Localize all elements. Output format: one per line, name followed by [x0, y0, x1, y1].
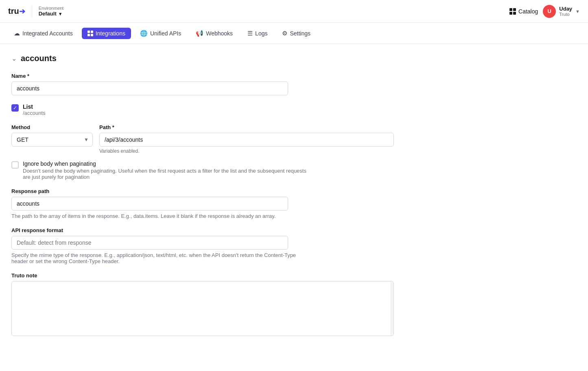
ignore-body-checkbox[interactable] [11, 161, 19, 169]
path-label: Path * [99, 124, 394, 130]
method-select-wrap: GET POST PUT PATCH DELETE ▼ [11, 133, 93, 147]
api-format-input[interactable] [11, 236, 288, 250]
response-path-section: Response path The path to the array of i… [11, 188, 394, 219]
chevron-down-icon: ▼ [58, 11, 63, 16]
catalog-button[interactable]: Catalog [509, 8, 538, 15]
env-value: Default ▼ [39, 11, 64, 17]
name-label: Name * [11, 73, 394, 79]
method-column: Method GET POST PUT PATCH DELETE ▼ [11, 124, 93, 147]
method-label: Method [11, 124, 93, 130]
nav-item-logs[interactable]: ☰ Logs [242, 27, 273, 40]
nav-item-integrated-accounts[interactable]: ☁ Integrated Accounts [8, 27, 79, 40]
truto-note-section: Truto note [11, 272, 394, 336]
list-label: List [23, 103, 46, 110]
check-icon: ✓ [13, 105, 17, 110]
user-avatar: U [543, 5, 556, 18]
list-path: /accounts [23, 110, 46, 116]
name-field-group: Name * [11, 73, 394, 95]
api-format-desc: Specify the mime type of the response. E… [11, 252, 296, 264]
user-menu[interactable]: U Uday Truto ▼ [543, 5, 580, 18]
cloud-icon: ☁ [14, 30, 20, 37]
nav-item-integrations[interactable]: Integrations [82, 28, 131, 39]
name-input[interactable] [11, 81, 288, 95]
truto-note-label: Truto note [11, 272, 394, 279]
logo[interactable]: tru➔ [8, 7, 25, 16]
ignore-body-label: Ignore body when paginating [23, 160, 308, 167]
method-select[interactable]: GET POST PUT PATCH DELETE [11, 133, 93, 147]
variables-hint: Variables enabled. [99, 148, 394, 154]
megaphone-icon: 📢 [196, 30, 203, 37]
method-path-row: Method GET POST PUT PATCH DELETE ▼ Path … [11, 124, 394, 154]
user-info: Uday Truto [559, 6, 572, 17]
list-icon: ☰ [247, 30, 253, 37]
truto-note-textarea[interactable] [12, 281, 389, 334]
grid-icon [509, 8, 516, 15]
user-org: Truto [559, 12, 572, 17]
form-section: Name * ✓ List /accounts Method GET POST [11, 73, 394, 336]
response-path-input[interactable] [11, 197, 288, 211]
user-name: Uday [559, 6, 572, 12]
nav-item-webhooks[interactable]: 📢 Webhooks [190, 27, 238, 40]
nav-item-unified-apis[interactable]: 🌐 Unified APIs [134, 27, 187, 40]
top-bar: tru➔ Environment Default ▼ Catalog U [0, 0, 588, 23]
list-row: ✓ List /accounts [11, 103, 394, 116]
ignore-body-row: Ignore body when paginating Doesn't send… [11, 160, 394, 180]
gear-icon: ⚙ [282, 30, 287, 37]
title-row: ⌄ accounts [11, 54, 577, 63]
grid-icon [87, 31, 93, 36]
response-path-label: Response path [11, 188, 394, 194]
response-path-desc: The path to the array of items in the re… [11, 213, 296, 219]
list-checkbox[interactable]: ✓ [11, 104, 19, 112]
page-content: ⌄ accounts Name * ✓ List /accounts Metho… [0, 44, 588, 354]
top-bar-right: Catalog U Uday Truto ▼ [509, 5, 580, 18]
top-bar-left: tru➔ Environment Default ▼ [8, 3, 63, 20]
globe-icon: 🌐 [140, 30, 148, 37]
environment-selector[interactable]: Environment Default ▼ [39, 6, 64, 17]
ignore-body-desc: Doesn't send the body when paginating. U… [23, 168, 308, 180]
api-format-section: API response format Specify the mime typ… [11, 227, 394, 264]
path-input[interactable] [99, 133, 394, 147]
truto-note-wrap [11, 281, 394, 336]
chevron-down-icon: ▼ [575, 9, 580, 14]
env-label: Environment [39, 6, 64, 11]
path-column: Path * Variables enabled. [99, 124, 394, 154]
scrollbar[interactable] [390, 281, 393, 336]
api-format-label: API response format [11, 227, 394, 233]
page-title: accounts [21, 54, 57, 63]
collapse-icon[interactable]: ⌄ [11, 55, 17, 62]
nav-item-settings[interactable]: ⚙ Settings [276, 27, 316, 40]
secondary-nav: ☁ Integrated Accounts Integrations 🌐 Uni… [0, 23, 588, 44]
